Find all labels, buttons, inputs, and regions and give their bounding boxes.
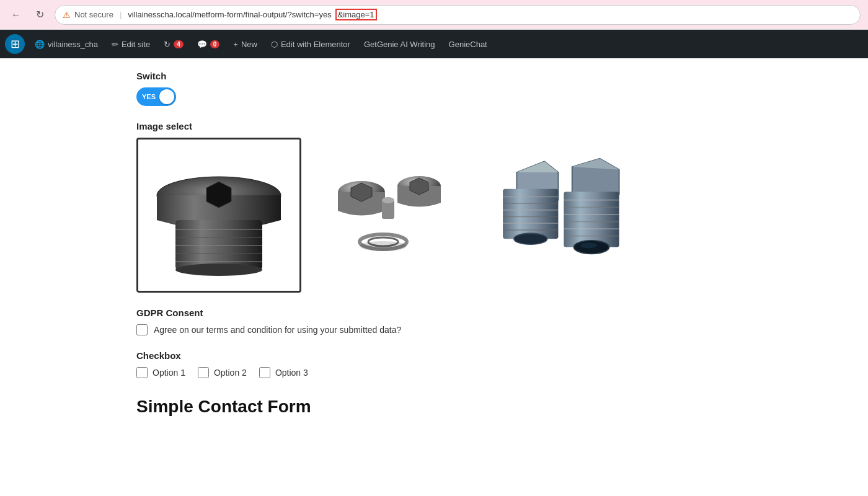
wp-admin-item-comments[interactable]: 💬 0 [191,36,226,53]
image-select-grid [136,138,732,293]
updates-badge: 4 [174,40,184,48]
toggle-state-label: YES [142,93,156,100]
edit-site-icon: ✏ [112,40,118,49]
checkbox-option-3[interactable]: Option 3 [259,367,308,378]
gdpr-label: GDPR Consent [136,308,732,318]
wp-icon: ⊞ [11,37,20,51]
checkbox-3[interactable] [259,367,270,378]
toggle-knob [159,89,174,104]
svg-point-8 [175,264,262,276]
address-bar[interactable]: ⚠ Not secure | villainesscha.local/metfo… [55,5,861,25]
switch-label: Switch [136,71,732,81]
svg-point-38 [580,242,597,248]
warning-icon: ⚠ [63,10,71,20]
reload-button[interactable]: ↻ [31,6,48,24]
browser-chrome: ← ↻ ⚠ Not secure | villainesscha.local/m… [0,0,868,30]
image-option-2[interactable] [326,151,446,280]
back-button[interactable]: ← [7,6,25,24]
gdpr-checkbox-row: Agree on our terms and condition for usi… [136,324,732,335]
checkbox-option-2-label: Option 2 [214,368,247,378]
checkbox-option-1-label: Option 1 [153,368,185,378]
image-option-3[interactable] [471,151,629,280]
url-main: villainesscha.local/metform-form/final-o… [128,10,331,19]
wp-admin-bar: ⊞ 🌐 villainess_cha ✏ Edit site ↻ 4 💬 0 +… [0,30,868,58]
wp-admin-item-getgenie[interactable]: GetGenie AI Writing [358,36,441,53]
image-select-section: Image select [136,121,732,293]
updates-icon: ↻ [164,40,170,49]
switch-section: Switch YES [136,71,732,106]
geniechat-label: GenieChat [449,40,487,49]
url-highlight: &image=1 [335,9,377,20]
svg-point-12 [382,197,394,203]
gdpr-section: GDPR Consent Agree on our terms and cond… [136,308,732,335]
new-label: New [241,40,257,49]
checkbox-group: Option 1 Option 2 Option 3 [136,367,732,378]
elementor-icon: ⬡ [271,40,278,49]
svg-point-17 [360,241,407,251]
getgenie-label: GetGenie AI Writing [364,40,435,49]
wp-admin-item-updates[interactable]: ↻ 4 [157,36,190,53]
wp-admin-item-edit-site[interactable]: ✏ Edit site [105,36,156,53]
separator: | [120,10,122,19]
wp-logo[interactable]: ⊞ [5,34,25,54]
not-secure-label: Not secure [74,10,113,19]
edit-site-label: Edit site [122,40,150,49]
checkbox-label: Checkbox [136,350,732,361]
main-content: Switch YES Image select [0,58,868,429]
checkbox-option-1[interactable]: Option 1 [136,367,185,378]
site-icon: 🌐 [35,40,45,49]
gdpr-checkbox[interactable] [136,324,148,335]
contact-form-heading: Simple Contact Form [136,397,732,417]
wp-admin-item-elementor[interactable]: ⬡ Edit with Elementor [265,36,356,53]
checkbox-option-2[interactable]: Option 2 [198,367,247,378]
wp-admin-item-geniechat[interactable]: GenieChat [443,36,494,53]
image-select-label: Image select [136,121,732,131]
wp-admin-item-site[interactable]: 🌐 villainess_cha [29,36,104,53]
comments-icon: 💬 [197,40,207,49]
comments-badge: 0 [210,40,220,48]
checkbox-1[interactable] [136,367,148,378]
checkbox-section: Checkbox Option 1 Option 2 Option 3 [136,350,732,378]
checkbox-2[interactable] [198,367,209,378]
new-icon: + [233,40,238,49]
site-label: villainess_cha [48,40,98,49]
wp-admin-item-new[interactable]: + New [227,36,264,53]
svg-point-27 [514,233,547,244]
image-option-1[interactable] [136,138,301,293]
checkbox-option-3-label: Option 3 [275,368,308,378]
toggle-switch[interactable]: YES [136,87,176,106]
gdpr-checkbox-text: Agree on our terms and condition for usi… [154,325,401,335]
elementor-label: Edit with Elementor [281,40,350,49]
